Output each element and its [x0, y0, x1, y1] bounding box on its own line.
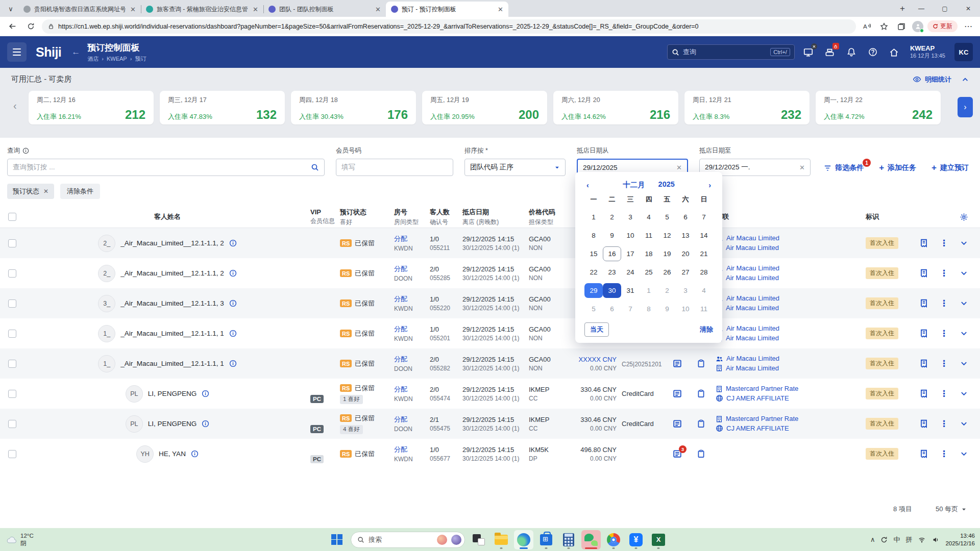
linked-profile-name[interactable]: Air Macau Limited: [726, 334, 779, 343]
favorite-star-icon[interactable]: [877, 20, 891, 33]
linked-profile[interactable]: Air Macau Limited: [716, 354, 866, 364]
global-search-input[interactable]: 查询 Ctrl+/: [667, 44, 795, 60]
status-filter-chip[interactable]: 预订状态✕: [7, 184, 54, 199]
calendar-day[interactable]: 19: [658, 246, 676, 261]
edge-browser-icon[interactable]: [514, 530, 533, 549]
calendar-day[interactable]: 23: [603, 265, 621, 280]
calculator-icon[interactable]: [559, 530, 578, 549]
calendar-day[interactable]: 7: [695, 210, 713, 224]
guest-name[interactable]: _Air_Macau_Limited__12.1-1.1, 2: [120, 239, 224, 247]
row-menu-icon[interactable]: ⋮: [935, 409, 953, 439]
guest-info-icon[interactable]: [229, 360, 237, 367]
address-bar[interactable]: https://cn1.web.ep.shiji.world/individua…: [42, 19, 856, 34]
back-icon[interactable]: [5, 19, 19, 34]
row-task-icon[interactable]: [913, 258, 935, 288]
linked-profile[interactable]: Air Macau Limited: [716, 273, 866, 283]
row-menu-icon[interactable]: ⋮: [935, 288, 953, 318]
availability-card[interactable]: 周二, 12月 16入住率 16.21%212: [29, 91, 154, 124]
assign-link[interactable]: 分配: [394, 415, 430, 424]
clipboard-icon[interactable]: [697, 419, 705, 429]
detail-stats-link[interactable]: 明细统计: [913, 75, 951, 84]
row-task-icon[interactable]: [913, 288, 935, 318]
tab-close-icon[interactable]: ✕: [129, 6, 137, 13]
breadcrumb-property[interactable]: KWEAP: [107, 56, 127, 62]
calendar-day[interactable]: 5: [658, 210, 676, 224]
availability-card[interactable]: 周五, 12月 19入住率 20.95%200: [422, 91, 547, 124]
help-icon[interactable]: [865, 44, 880, 60]
assign-link[interactable]: 分配: [394, 385, 430, 394]
row-task-icon[interactable]: [913, 228, 935, 258]
table-row[interactable]: YHHE, YANPCRS已保留分配KWDN1/005567729/12/202…: [0, 439, 980, 469]
row-expand-icon[interactable]: [953, 288, 974, 318]
task-view-button[interactable]: [469, 530, 488, 549]
linked-profile[interactable]: Air Macau Limited: [716, 304, 866, 313]
row-task-icon[interactable]: [913, 439, 935, 469]
table-row[interactable]: 3__Air_Macau_Limited__12.1-1.1, 3RS已保留分配…: [0, 288, 980, 318]
calendar-day[interactable]: 18: [640, 246, 658, 261]
col-guest-name[interactable]: 客人姓名: [154, 212, 181, 221]
query-search-icon[interactable]: [311, 163, 319, 171]
workstation-icon[interactable]: ✕: [801, 44, 816, 60]
row-task-icon[interactable]: [913, 379, 935, 409]
calendar-day[interactable]: 2: [603, 210, 621, 224]
ime-lang-indicator[interactable]: 中: [893, 535, 900, 544]
row-menu-icon[interactable]: ⋮: [935, 228, 953, 258]
clipboard-icon[interactable]: [697, 449, 705, 459]
calendar-day[interactable]: 14: [695, 228, 713, 243]
guest-name[interactable]: LI, PENGPENG: [148, 420, 197, 428]
guest-info-icon[interactable]: [202, 420, 209, 428]
wechat-icon[interactable]: [581, 530, 601, 549]
row-expand-icon[interactable]: [953, 348, 974, 379]
calendar-day[interactable]: 29: [584, 283, 603, 298]
tab-close-icon[interactable]: ✕: [374, 6, 382, 13]
row-expand-icon[interactable]: [953, 409, 974, 439]
note-icon[interactable]: [672, 389, 682, 398]
linked-profile-name[interactable]: Air Macau Limited: [726, 324, 779, 334]
member-number-input[interactable]: 填写: [336, 159, 453, 176]
calendar-day[interactable]: 8: [640, 302, 658, 316]
row-menu-icon[interactable]: ⋮: [935, 318, 953, 348]
availability-card[interactable]: 周四, 12月 18入住率 30.43%176: [291, 91, 416, 124]
calendar-day[interactable]: 7: [621, 302, 640, 316]
calendar-day[interactable]: 2: [658, 283, 676, 298]
new-tab-button[interactable]: +: [895, 2, 910, 16]
guest-info-icon[interactable]: [229, 239, 237, 247]
calendar-today-button[interactable]: 当天: [584, 322, 609, 337]
calendar-day[interactable]: 11: [640, 228, 658, 243]
calendar-year[interactable]: 2025: [658, 180, 675, 190]
note-icon[interactable]: [672, 419, 682, 429]
table-row[interactable]: PLLI, PENGPENGPCRS已保留1 喜好分配KWDN2/0055474…: [0, 379, 980, 409]
page-size-select[interactable]: 50 每页: [936, 505, 967, 514]
guest-name[interactable]: LI, PENGPENG: [148, 390, 197, 397]
row-menu-icon[interactable]: ⋮: [935, 379, 953, 409]
assign-link[interactable]: 分配: [394, 324, 430, 334]
guest-name[interactable]: _Air_Macau_Limited__12.1-1.1, 1: [120, 330, 224, 337]
add-task-button[interactable]: + 添加任务: [879, 163, 916, 173]
linked-profile[interactable]: CJ AMER AFFILIATE: [716, 394, 866, 404]
cards-next-icon[interactable]: ›: [958, 97, 973, 117]
guest-name[interactable]: _Air_Macau_Limited__12.1-1.1, 2: [120, 269, 224, 277]
tray-sync-icon[interactable]: [880, 536, 888, 543]
calendar-day[interactable]: 17: [621, 246, 640, 261]
table-row[interactable]: 2__Air_Macau_Limited__12.1-1.1, 2RS已保留分配…: [0, 258, 980, 288]
row-checkbox[interactable]: [0, 439, 24, 469]
calendar-day[interactable]: 10: [676, 302, 695, 316]
row-checkbox[interactable]: [0, 258, 24, 288]
calendar-day[interactable]: 6: [603, 302, 621, 316]
row-checkbox[interactable]: [0, 379, 24, 409]
home-icon[interactable]: [887, 44, 902, 60]
breadcrumb-hotel[interactable]: 酒店: [87, 55, 99, 63]
calendar-day[interactable]: 3: [621, 210, 640, 224]
row-checkbox[interactable]: [0, 318, 24, 348]
guest-info-icon[interactable]: [191, 450, 199, 458]
calendar-day[interactable]: 16: [603, 246, 621, 261]
excel-icon[interactable]: X: [649, 530, 668, 549]
calendar-day[interactable]: 30: [603, 283, 621, 298]
header-back-icon[interactable]: ←: [70, 47, 81, 57]
query-input[interactable]: 查询预订按 ...: [7, 159, 325, 176]
linked-profile[interactable]: Mastercard Partner Rate: [716, 384, 866, 394]
linked-profile-name[interactable]: CJ AMER AFFILIATE: [726, 394, 789, 404]
calendar-day[interactable]: 15: [584, 246, 603, 261]
microsoft-store-icon[interactable]: [536, 530, 556, 549]
calendar-day[interactable]: 12: [658, 228, 676, 243]
